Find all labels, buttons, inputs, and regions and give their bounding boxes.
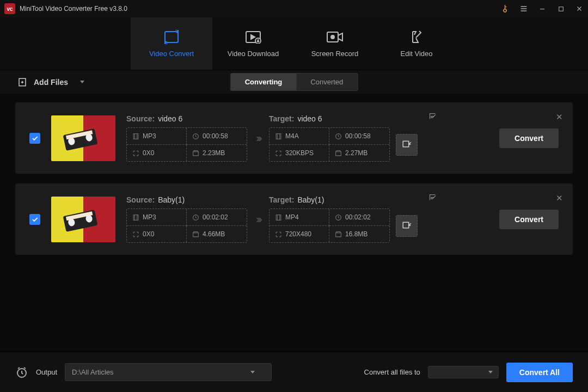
download-icon: [245, 30, 261, 44]
tab-label: Video Download: [228, 50, 279, 58]
convert-button[interactable]: Convert: [499, 210, 559, 229]
remove-row-icon[interactable]: ✕: [556, 112, 563, 122]
toolbar: Add Files Converting Converted: [0, 70, 588, 94]
footer: Output D:\All Articles Convert all files…: [0, 352, 588, 392]
chevron-down-icon: [488, 371, 493, 373]
format-icon: [132, 133, 139, 140]
tab-edit-video[interactable]: Edit Video: [376, 17, 457, 70]
size-icon: [335, 231, 342, 238]
svg-rect-8: [133, 133, 138, 139]
svg-rect-15: [276, 215, 281, 220]
resolution-icon: [132, 231, 139, 238]
svg-rect-12: [403, 141, 409, 147]
target-box: MP4 00:02:02 720X480 16.8MB: [269, 209, 390, 243]
minimize-icon[interactable]: [538, 4, 547, 13]
key-icon[interactable]: [499, 3, 512, 15]
main-tabs: Video Convert Video Download Screen Reco…: [0, 17, 588, 70]
file-row: Source:Baby(1) MP3 00:02:02 0X0 4.66MB ›…: [15, 183, 573, 255]
tab-screen-record[interactable]: Screen Record: [294, 17, 376, 70]
clock-icon: [192, 214, 199, 221]
output-label: Output: [36, 368, 57, 376]
add-file-icon: [17, 77, 27, 87]
convert-all-button[interactable]: Convert All: [506, 363, 573, 382]
svg-rect-17: [403, 222, 409, 228]
row-checkbox[interactable]: [29, 214, 40, 225]
thumbnail: [51, 115, 115, 161]
tab-converting[interactable]: Converting: [231, 74, 297, 90]
file-row: Source:video 6 MP3 00:00:58 0X0 2.23MB ›…: [15, 102, 573, 174]
app-title: MiniTool Video Converter Free v3.8.0: [20, 5, 497, 13]
title-bar: vc MiniTool Video Converter Free v3.8.0: [0, 0, 588, 17]
chevron-down-icon[interactable]: [80, 81, 84, 83]
chevron-down-icon: [250, 371, 255, 373]
size-icon: [192, 231, 199, 238]
tab-label: Video Convert: [149, 50, 194, 58]
schedule-icon[interactable]: [15, 366, 28, 379]
size-icon: [335, 150, 342, 157]
source-box: MP3 00:00:58 0X0 2.23MB: [126, 127, 247, 162]
record-icon: [326, 30, 344, 44]
target-label: Target:video 6: [269, 114, 418, 123]
thumbnail: [51, 197, 115, 242]
resolution-icon: [275, 150, 282, 157]
file-list: Source:video 6 MP3 00:00:58 0X0 2.23MB ›…: [0, 94, 588, 352]
arrow-icon: ›››: [253, 213, 264, 225]
format-icon: [132, 214, 139, 221]
format-icon: [275, 133, 282, 140]
add-files-label: Add Files: [34, 78, 68, 87]
size-icon: [192, 150, 199, 157]
resolution-icon: [132, 150, 139, 157]
svg-rect-13: [133, 215, 138, 220]
source-label: Source:video 6: [126, 114, 247, 123]
target-box: M4A 00:00:58 320KBPS 2.27MB: [269, 127, 390, 162]
tab-converted[interactable]: Converted: [296, 74, 357, 90]
convert-button[interactable]: Convert: [499, 128, 559, 148]
close-icon[interactable]: [575, 4, 584, 13]
clock-icon: [335, 214, 342, 221]
source-label: Source:Baby(1): [126, 195, 247, 204]
tab-video-convert[interactable]: Video Convert: [131, 17, 212, 70]
add-files-button[interactable]: Add Files: [17, 77, 84, 87]
svg-rect-10: [276, 133, 281, 139]
target-settings-button[interactable]: [396, 215, 418, 237]
source-box: MP3 00:02:02 0X0 4.66MB: [126, 209, 247, 243]
svg-point-6: [331, 35, 334, 39]
maximize-icon[interactable]: [556, 4, 565, 13]
clock-icon: [192, 133, 199, 140]
edit-video-icon: [409, 30, 424, 44]
app-logo: vc: [4, 3, 15, 14]
tab-video-download[interactable]: Video Download: [212, 17, 294, 70]
tab-label: Screen Record: [311, 50, 359, 58]
tab-label: Edit Video: [400, 50, 432, 58]
target-settings-button[interactable]: [396, 134, 418, 156]
svg-rect-1: [559, 7, 563, 11]
remove-row-icon[interactable]: ✕: [556, 193, 563, 203]
convert-all-label: Convert all files to: [364, 368, 420, 376]
clock-icon: [335, 133, 342, 140]
convert-icon: [163, 30, 180, 44]
status-tabs: Converting Converted: [230, 73, 358, 91]
svg-rect-2: [165, 32, 178, 42]
format-icon: [275, 214, 282, 221]
target-format-select[interactable]: [428, 366, 499, 378]
edit-icon[interactable]: [428, 193, 437, 204]
resolution-icon: [275, 231, 282, 238]
menu-icon[interactable]: [519, 4, 528, 13]
edit-icon[interactable]: [428, 112, 437, 122]
output-path-select[interactable]: D:\All Articles: [65, 363, 272, 381]
row-checkbox[interactable]: [29, 133, 40, 144]
arrow-icon: ›››: [253, 132, 264, 144]
target-label: Target:Baby(1): [269, 195, 418, 204]
